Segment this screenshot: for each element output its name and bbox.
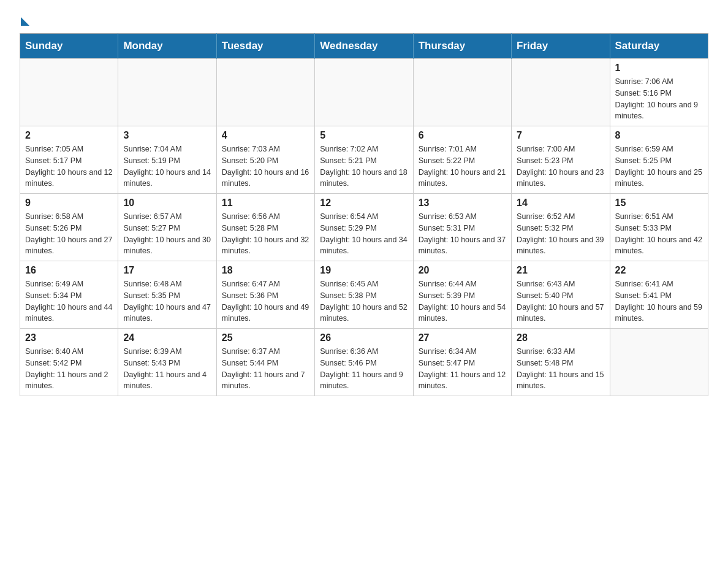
calendar-cell — [315, 59, 413, 126]
day-header-monday: Monday — [118, 34, 216, 59]
day-number: 2 — [25, 130, 113, 141]
day-number: 28 — [517, 332, 604, 343]
day-number: 16 — [25, 265, 113, 276]
calendar-cell: 24Sunrise: 6:39 AMSunset: 5:43 PMDayligh… — [118, 329, 216, 396]
calendar-cell: 22Sunrise: 6:41 AMSunset: 5:41 PMDayligh… — [610, 261, 708, 329]
day-info: Sunrise: 6:36 AMSunset: 5:46 PMDaylight:… — [320, 346, 408, 392]
calendar-cell: 27Sunrise: 6:34 AMSunset: 5:47 PMDayligh… — [413, 329, 511, 396]
calendar-cell: 26Sunrise: 6:36 AMSunset: 5:46 PMDayligh… — [315, 329, 413, 396]
calendar-header-row: SundayMondayTuesdayWednesdayThursdayFrid… — [20, 34, 708, 59]
day-header-wednesday: Wednesday — [315, 34, 413, 59]
day-info: Sunrise: 7:05 AMSunset: 5:17 PMDaylight:… — [25, 144, 113, 190]
logo-arrow-icon — [21, 17, 29, 26]
calendar-cell: 6Sunrise: 7:01 AMSunset: 5:22 PMDaylight… — [413, 126, 511, 194]
day-info: Sunrise: 6:54 AMSunset: 5:29 PMDaylight:… — [320, 211, 408, 257]
day-number: 25 — [222, 332, 309, 343]
calendar-cell: 28Sunrise: 6:33 AMSunset: 5:48 PMDayligh… — [512, 329, 610, 396]
day-number: 24 — [123, 332, 211, 343]
calendar-cell: 4Sunrise: 7:03 AMSunset: 5:20 PMDaylight… — [216, 126, 314, 194]
day-info: Sunrise: 6:52 AMSunset: 5:32 PMDaylight:… — [517, 211, 604, 257]
day-info: Sunrise: 7:03 AMSunset: 5:20 PMDaylight:… — [222, 144, 309, 190]
calendar-cell — [512, 59, 610, 126]
day-info: Sunrise: 7:04 AMSunset: 5:19 PMDaylight:… — [123, 144, 211, 190]
calendar-cell — [118, 59, 216, 126]
day-number: 27 — [419, 332, 506, 343]
day-number: 7 — [517, 130, 604, 141]
day-number: 17 — [123, 265, 211, 276]
calendar-cell: 18Sunrise: 6:47 AMSunset: 5:36 PMDayligh… — [216, 261, 314, 329]
day-number: 12 — [320, 197, 408, 209]
calendar-week-row: 23Sunrise: 6:40 AMSunset: 5:42 PMDayligh… — [20, 329, 708, 396]
calendar-cell — [216, 59, 314, 126]
day-info: Sunrise: 7:00 AMSunset: 5:23 PMDaylight:… — [517, 144, 604, 190]
day-number: 20 — [419, 265, 506, 276]
day-info: Sunrise: 6:58 AMSunset: 5:26 PMDaylight:… — [25, 211, 113, 257]
calendar-cell: 19Sunrise: 6:45 AMSunset: 5:38 PMDayligh… — [315, 261, 413, 329]
day-info: Sunrise: 7:02 AMSunset: 5:21 PMDaylight:… — [320, 144, 408, 190]
calendar-cell: 12Sunrise: 6:54 AMSunset: 5:29 PMDayligh… — [315, 194, 413, 261]
day-info: Sunrise: 6:47 AMSunset: 5:36 PMDaylight:… — [222, 278, 309, 324]
day-number: 21 — [517, 265, 604, 276]
calendar-cell: 15Sunrise: 6:51 AMSunset: 5:33 PMDayligh… — [610, 194, 708, 261]
day-info: Sunrise: 6:49 AMSunset: 5:34 PMDaylight:… — [25, 278, 113, 324]
calendar-cell: 1Sunrise: 7:06 AMSunset: 5:16 PMDaylight… — [610, 59, 708, 126]
day-info: Sunrise: 6:43 AMSunset: 5:40 PMDaylight:… — [517, 278, 604, 324]
day-header-thursday: Thursday — [413, 34, 511, 59]
day-number: 15 — [615, 197, 703, 209]
calendar-cell: 21Sunrise: 6:43 AMSunset: 5:40 PMDayligh… — [512, 261, 610, 329]
calendar-cell: 9Sunrise: 6:58 AMSunset: 5:26 PMDaylight… — [20, 194, 118, 261]
calendar-cell — [413, 59, 511, 126]
calendar-cell: 23Sunrise: 6:40 AMSunset: 5:42 PMDayligh… — [20, 329, 118, 396]
calendar-cell: 16Sunrise: 6:49 AMSunset: 5:34 PMDayligh… — [20, 261, 118, 329]
day-info: Sunrise: 6:33 AMSunset: 5:48 PMDaylight:… — [517, 346, 604, 392]
calendar-cell — [20, 59, 118, 126]
day-number: 6 — [419, 130, 506, 141]
calendar-cell: 25Sunrise: 6:37 AMSunset: 5:44 PMDayligh… — [216, 329, 314, 396]
day-header-friday: Friday — [512, 34, 610, 59]
calendar-cell: 3Sunrise: 7:04 AMSunset: 5:19 PMDaylight… — [118, 126, 216, 194]
calendar-week-row: 9Sunrise: 6:58 AMSunset: 5:26 PMDaylight… — [20, 194, 708, 261]
day-number: 11 — [222, 197, 309, 209]
day-info: Sunrise: 6:45 AMSunset: 5:38 PMDaylight:… — [320, 278, 408, 324]
calendar-cell: 13Sunrise: 6:53 AMSunset: 5:31 PMDayligh… — [413, 194, 511, 261]
calendar-cell: 8Sunrise: 6:59 AMSunset: 5:25 PMDaylight… — [610, 126, 708, 194]
day-number: 23 — [25, 332, 113, 343]
day-info: Sunrise: 6:56 AMSunset: 5:28 PMDaylight:… — [222, 211, 309, 257]
calendar-week-row: 16Sunrise: 6:49 AMSunset: 5:34 PMDayligh… — [20, 261, 708, 329]
day-number: 19 — [320, 265, 408, 276]
day-info: Sunrise: 6:59 AMSunset: 5:25 PMDaylight:… — [615, 144, 703, 190]
day-info: Sunrise: 6:37 AMSunset: 5:44 PMDaylight:… — [222, 346, 309, 392]
day-info: Sunrise: 6:57 AMSunset: 5:27 PMDaylight:… — [123, 211, 211, 257]
day-number: 9 — [25, 197, 113, 209]
calendar-week-row: 1Sunrise: 7:06 AMSunset: 5:16 PMDaylight… — [20, 59, 708, 126]
calendar-cell: 17Sunrise: 6:48 AMSunset: 5:35 PMDayligh… — [118, 261, 216, 329]
day-number: 10 — [123, 197, 211, 209]
day-info: Sunrise: 6:51 AMSunset: 5:33 PMDaylight:… — [615, 211, 703, 257]
day-info: Sunrise: 6:40 AMSunset: 5:42 PMDaylight:… — [25, 346, 113, 392]
page-header — [20, 15, 708, 23]
calendar-cell: 7Sunrise: 7:00 AMSunset: 5:23 PMDaylight… — [512, 126, 610, 194]
day-info: Sunrise: 6:53 AMSunset: 5:31 PMDaylight:… — [419, 211, 506, 257]
day-number: 18 — [222, 265, 309, 276]
day-number: 1 — [615, 63, 703, 74]
calendar-cell — [610, 329, 708, 396]
day-info: Sunrise: 6:48 AMSunset: 5:35 PMDaylight:… — [123, 278, 211, 324]
day-header-sunday: Sunday — [20, 34, 118, 59]
calendar-cell: 10Sunrise: 6:57 AMSunset: 5:27 PMDayligh… — [118, 194, 216, 261]
day-info: Sunrise: 7:06 AMSunset: 5:16 PMDaylight:… — [615, 76, 703, 122]
logo — [20, 15, 29, 23]
calendar-cell: 5Sunrise: 7:02 AMSunset: 5:21 PMDaylight… — [315, 126, 413, 194]
day-info: Sunrise: 6:34 AMSunset: 5:47 PMDaylight:… — [419, 346, 506, 392]
calendar-week-row: 2Sunrise: 7:05 AMSunset: 5:17 PMDaylight… — [20, 126, 708, 194]
day-number: 8 — [615, 130, 703, 141]
day-info: Sunrise: 6:39 AMSunset: 5:43 PMDaylight:… — [123, 346, 211, 392]
calendar-cell: 14Sunrise: 6:52 AMSunset: 5:32 PMDayligh… — [512, 194, 610, 261]
day-number: 22 — [615, 265, 703, 276]
day-info: Sunrise: 6:41 AMSunset: 5:41 PMDaylight:… — [615, 278, 703, 324]
day-number: 4 — [222, 130, 309, 141]
day-number: 26 — [320, 332, 408, 343]
day-info: Sunrise: 6:44 AMSunset: 5:39 PMDaylight:… — [419, 278, 506, 324]
day-number: 13 — [419, 197, 506, 209]
calendar-table: SundayMondayTuesdayWednesdayThursdayFrid… — [20, 33, 708, 396]
day-number: 14 — [517, 197, 604, 209]
